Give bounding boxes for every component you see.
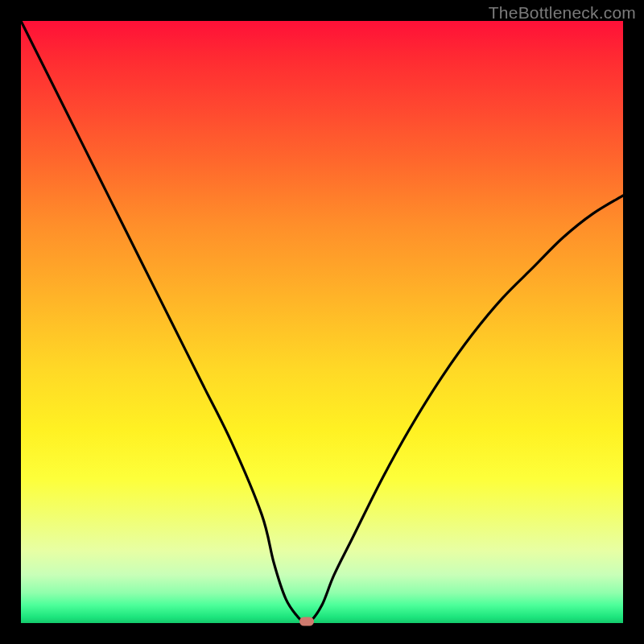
plot-area bbox=[21, 21, 623, 623]
watermark-label: TheBottleneck.com bbox=[489, 3, 636, 23]
bottleneck-curve bbox=[21, 21, 623, 623]
optimal-point-marker bbox=[299, 617, 314, 625]
outer-frame: TheBottleneck.com bbox=[0, 0, 644, 644]
